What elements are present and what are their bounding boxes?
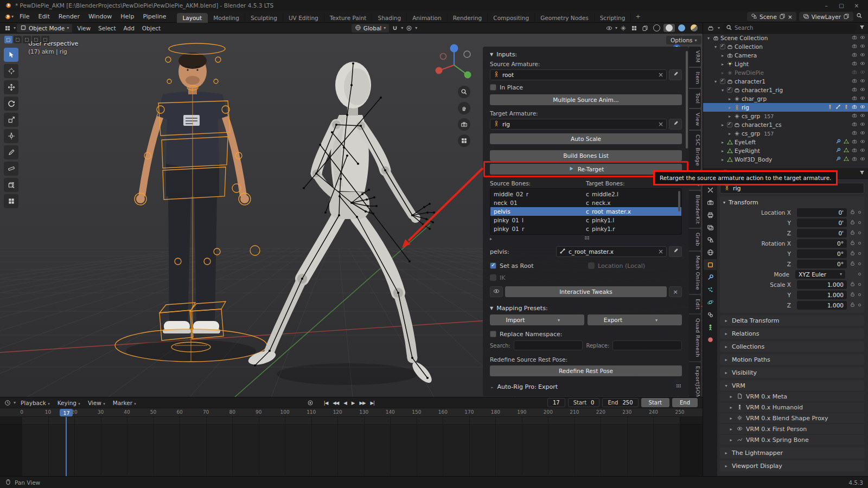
- collection-checkbox[interactable]: [720, 44, 725, 49]
- show-gizmo-icon[interactable]: [618, 24, 628, 32]
- props-tab-images[interactable]: [704, 222, 717, 233]
- toggle-grid-icon[interactable]: [458, 134, 470, 147]
- menu-help[interactable]: Help: [116, 12, 138, 21]
- unlink-scene-icon[interactable]: ×: [788, 14, 793, 20]
- zoom-icon[interactable]: [458, 86, 470, 98]
- lock-icon[interactable]: [850, 219, 856, 227]
- maximize-button[interactable]: ▢: [834, 2, 848, 9]
- lock-icon[interactable]: [850, 240, 856, 247]
- props-section-collections[interactable]: ▸Collections: [720, 341, 864, 352]
- lock-icon[interactable]: [850, 301, 856, 309]
- ik-checkbox[interactable]: IK: [490, 273, 682, 282]
- lock-icon[interactable]: [850, 229, 856, 237]
- target-armature-field[interactable]: rig ×: [490, 119, 667, 130]
- pelvis-target-field[interactable]: c_root_master.x ×: [556, 246, 667, 257]
- source-armature-field[interactable]: root ×: [490, 69, 667, 80]
- search-icon[interactable]: [856, 12, 863, 21]
- timeline-menu-marker[interactable]: Marker ▾: [109, 399, 140, 407]
- disable-render-icon[interactable]: [852, 139, 857, 145]
- outliner-row-eyeleft[interactable]: ▸EyeLeft: [703, 138, 868, 146]
- animate-dot[interactable]: [858, 211, 861, 214]
- hide-eye-icon[interactable]: [860, 139, 865, 145]
- sidebar-tab-view[interactable]: View: [689, 109, 701, 130]
- select-mode-0[interactable]: [4, 36, 12, 43]
- menu-file[interactable]: File: [15, 12, 34, 21]
- interactive-tweaks-button[interactable]: Interactive Tweaks: [505, 286, 667, 297]
- target-eyedropper-button[interactable]: [669, 119, 682, 130]
- outliner-editor-type-icon[interactable]: [706, 24, 716, 32]
- select-mode-4[interactable]: [41, 36, 49, 43]
- props-tab-camera[interactable]: [704, 197, 717, 208]
- workspace-tab-texture-paint[interactable]: Texture Paint: [324, 13, 373, 23]
- jump-to-end-button[interactable]: ▶|: [368, 399, 376, 407]
- outliner-row-camera[interactable]: ▸Camera: [703, 51, 868, 60]
- close-button[interactable]: ×: [850, 2, 864, 9]
- shading-material-icon[interactable]: [676, 24, 687, 32]
- redefine-rest-pose-button[interactable]: Redefine Rest Pose: [490, 365, 682, 376]
- disable-render-icon[interactable]: [852, 130, 857, 137]
- vrm-subsection-vrm-0-x-meta[interactable]: ▸VRM 0.x Meta: [720, 391, 864, 402]
- props-section-vrm[interactable]: ▾VRM: [720, 380, 864, 391]
- properties-editor[interactable]: ▾ › rig rig ▾Transform Location X0'Y0'Z0…: [703, 168, 868, 476]
- workspace-tab-compositing[interactable]: Compositing: [488, 13, 535, 23]
- outliner-row-character1-rig[interactable]: ▾character1_rig: [703, 86, 868, 94]
- animate-dot[interactable]: [858, 262, 861, 265]
- workspace-tab-layout[interactable]: Layout: [177, 13, 208, 23]
- import-preset-dropdown[interactable]: Import▾: [490, 314, 584, 325]
- disable-render-icon[interactable]: [852, 147, 857, 154]
- hide-eye-icon[interactable]: [860, 35, 865, 41]
- props-tab-constraint[interactable]: [704, 309, 717, 320]
- bone-map-row-pinky-01-l[interactable]: pinky_01_lc_pinky1.l: [490, 216, 681, 224]
- menu-edit[interactable]: Edit: [34, 12, 54, 21]
- disable-render-icon[interactable]: [852, 121, 857, 128]
- rotation-mode-dropdown[interactable]: XYZ Euler▾: [795, 270, 845, 279]
- props-section-visibility[interactable]: ▸Visibility: [720, 367, 864, 378]
- namespace-replace-input[interactable]: [612, 341, 682, 350]
- hide-eye-icon[interactable]: [860, 104, 865, 111]
- sidebar-tab-mesh-online[interactable]: Mesh Online: [689, 252, 701, 294]
- auto-keying-icon[interactable]: [305, 399, 315, 407]
- viewport-menu-view[interactable]: View: [73, 24, 94, 32]
- outliner-row-rig[interactable]: ▸rig: [703, 103, 868, 112]
- vrm-subsection-vrm-0-x-humanoid[interactable]: ▸VRM 0.x Humanoid: [720, 402, 864, 413]
- bone-mapping-list[interactable]: middle_02_rc_middle2.lneck_01c_neck.xpel…: [490, 188, 682, 235]
- outliner-row-scene-collection[interactable]: ▾Scene Collection: [703, 34, 868, 42]
- props-tab-wrench[interactable]: [704, 272, 717, 282]
- set-as-root-checkbox[interactable]: Set as Root: [490, 261, 584, 270]
- animate-dot[interactable]: [858, 304, 861, 306]
- expand-list-icon[interactable]: ▸: [490, 236, 492, 241]
- hide-eye-icon[interactable]: [860, 43, 865, 50]
- list-scrollbar[interactable]: [678, 191, 680, 211]
- hide-eye-icon[interactable]: [860, 113, 865, 119]
- timeline-menu-keying[interactable]: Keying ▾: [54, 399, 84, 407]
- sidebar-tab-item[interactable]: Item: [689, 68, 701, 88]
- auto-scale-button[interactable]: Auto Scale: [490, 133, 682, 144]
- source-eyedropper-button[interactable]: [669, 69, 682, 80]
- namespace-search-input[interactable]: [514, 341, 583, 350]
- current-frame-indicator[interactable]: 17: [60, 409, 73, 416]
- sidebar-tab-tool[interactable]: Tool: [689, 89, 701, 107]
- workspace-tab-uv-editing[interactable]: UV Editing: [283, 13, 324, 23]
- hide-eye-icon[interactable]: [860, 87, 865, 93]
- props-tab-person[interactable]: [704, 322, 717, 332]
- current-frame-field[interactable]: 17: [547, 398, 565, 407]
- props-tab-square[interactable]: [704, 259, 717, 270]
- transform-value-field[interactable]: 1.000: [797, 291, 847, 299]
- timeline-editor[interactable]: ▾ Playback ▾Keying ▾View ▾Marker ▾ |◀◀◀◀…: [0, 397, 703, 476]
- bone-map-row-pelvis[interactable]: pelvisc_root_master.x: [490, 207, 681, 216]
- set-start-button[interactable]: Start: [641, 398, 669, 407]
- tool-rotate-button[interactable]: [4, 97, 18, 111]
- props-tab-scene[interactable]: [704, 234, 717, 245]
- lock-icon[interactable]: [850, 291, 856, 299]
- timeline-editor-type-icon[interactable]: [3, 399, 12, 407]
- timeline-menu-view[interactable]: View ▾: [84, 399, 109, 407]
- vrm-subsection-vrm-0-x-blend-shape-proxy[interactable]: ▸VRM 0.x Blend Shape Proxy: [720, 413, 864, 423]
- props-tab-tool[interactable]: [704, 184, 717, 195]
- tool-ruler-button[interactable]: [4, 162, 18, 176]
- props-tab-particles[interactable]: [704, 284, 717, 295]
- add-workspace-button[interactable]: +: [631, 12, 644, 21]
- mapping-presets-header[interactable]: ▼Mapping Presets:: [490, 304, 682, 312]
- location-local-checkbox[interactable]: Location (Local): [588, 261, 682, 270]
- minimize-button[interactable]: –: [819, 2, 833, 9]
- panel-scrollbar[interactable]: [686, 51, 688, 149]
